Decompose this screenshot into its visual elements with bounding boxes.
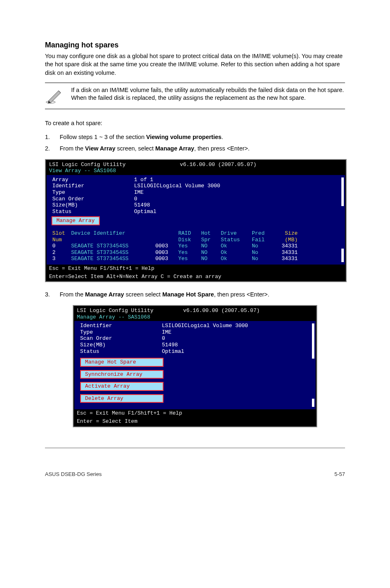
field2-identifier-label: Identifier (80, 323, 162, 329)
field-scanorder-value: 0 (134, 196, 137, 202)
svg-marker-1 (49, 91, 61, 103)
term2-subtitle: Manage Array -- SAS1068 (74, 314, 316, 321)
term1-title-left: LSI Logic Config Utility (49, 162, 180, 168)
term2-title-left: LSI Logic Config Utility (77, 307, 183, 314)
field-size-label: Size(MB) (52, 202, 134, 209)
term2-footer-2: Enter = Select Item (74, 417, 316, 426)
field2-status-value: Optimal (162, 348, 184, 355)
field-identifier-label: Identifier (52, 183, 134, 189)
field-status-value: Optimal (134, 209, 157, 215)
field2-status-label: Status (80, 348, 162, 355)
step-2-number: 2. (45, 144, 60, 153)
manage-array-label: Manage Array (52, 217, 99, 224)
th-mb: (MB) (275, 237, 298, 243)
term2-title-right: v6.16.00.00 (2007.05.07) (183, 307, 260, 314)
th-disk: Disk (178, 237, 201, 243)
table-row: 3 SEAGATE ST373454SS 0003 Yes NO Ok No 3… (47, 256, 345, 262)
term1-subtitle: View Array -- SAS1068 (47, 168, 345, 175)
th-device: Device Identifier (71, 230, 155, 237)
menu-manage-hot-spare[interactable]: Manage Hot Spare (80, 358, 164, 367)
th-status: Status (221, 237, 252, 243)
field2-type-label: Type (80, 329, 162, 336)
scrollbar-icon (341, 177, 344, 262)
th-slot: Slot (52, 230, 71, 237)
table-row: 0 SEAGATE ST373454SS 0003 Yes NO Ok No 3… (47, 243, 345, 249)
field-scanorder-label: Scan Order (52, 196, 134, 202)
menu-activate-array[interactable]: Activate Array (80, 382, 164, 391)
footer-page-number: 5-57 (334, 471, 345, 477)
th-drive: Drive (221, 230, 252, 237)
pencil-note-icon (45, 86, 63, 105)
note-box: If a disk on an IM/IME volume fails, the… (45, 83, 345, 109)
th-raid: RAID (178, 230, 201, 237)
field-identifier-value: LSILOGICLogical Volume 3000 (134, 183, 220, 189)
terminal-view-array: LSI Logic Config Utility v6.16.00.00 (20… (45, 159, 347, 283)
th-hot: Hot (201, 230, 221, 237)
step-3-text: From the Manage Array screen select Mana… (60, 290, 269, 299)
section-heading: Managing hot spares (45, 41, 345, 49)
term2-footer-1: Esc = Exit Menu F1/Shift+1 = Help (74, 409, 316, 417)
field-size-value: 51498 (134, 202, 150, 209)
step-1-text: Follow steps 1 ~ 3 of the section Viewin… (60, 133, 223, 142)
field2-scanorder-label: Scan Order (80, 335, 162, 342)
field2-size-value: 51498 (162, 342, 178, 348)
table-row: 2 SEAGATE ST373454SS 0003 Yes NO Ok No 3… (47, 249, 345, 256)
field2-scanorder-value: 0 (162, 335, 165, 342)
step-1-number: 1. (45, 133, 60, 142)
lead-text: To create a hot spare: (45, 119, 345, 127)
step-2-text: From the View Array screen, select Manag… (60, 144, 250, 153)
term1-footer-1: Esc = Exit Menu F1/Shift+1 = Help (47, 265, 345, 273)
th-pred: Pred (252, 230, 275, 237)
field-type-value: IME (134, 189, 143, 196)
intro-paragraph: You may configure one disk as a global h… (45, 52, 345, 77)
footer-left: ASUS DSEB-DG Series (45, 471, 102, 477)
th-spr: Spr (201, 237, 221, 243)
th-num: Num (52, 237, 71, 243)
step-3-number: 3. (45, 290, 60, 299)
field-status-label: Status (52, 209, 134, 215)
th-fail: Fail (252, 237, 275, 243)
scrollbar-icon (312, 323, 314, 407)
field2-type-value: IME (162, 329, 171, 336)
th-size: Size (275, 230, 298, 237)
divider (45, 448, 345, 448)
note-text: If a disk on an IM/IME volume fails, the… (71, 86, 345, 102)
term1-footer-2: Enter=Select Item Alt+N=Next Array C = C… (47, 273, 345, 281)
manage-array-selection[interactable]: Manage Array (52, 216, 100, 225)
term1-title-right: v6.16.00.00 (2007.05.07) (180, 162, 256, 168)
field-array-label: Array (52, 177, 134, 183)
field2-identifier-value: LSILOGICLogical Volume 3000 (162, 323, 248, 329)
menu-delete-array[interactable]: Delete Array (80, 394, 164, 403)
terminal-manage-array: LSI Logic Config Utility v6.16.00.00 (20… (73, 305, 317, 427)
field-array-value: 1 of 1 (134, 177, 153, 183)
field2-size-label: Size(MB) (80, 342, 162, 348)
menu-synchronize-array[interactable]: Synnchronize Array (80, 370, 164, 379)
field-type-label: Type (52, 189, 134, 196)
